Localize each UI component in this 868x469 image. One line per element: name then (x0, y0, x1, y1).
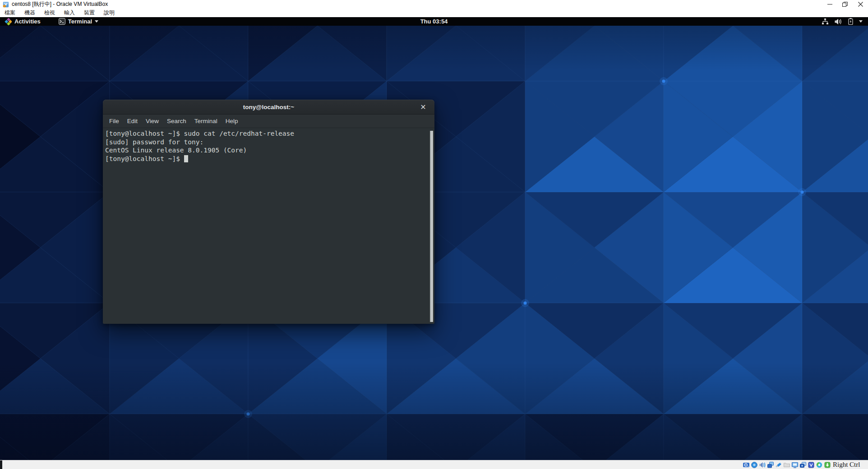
centos-logo-icon (5, 18, 12, 25)
vbox-menu-file[interactable]: 檔案 (0, 9, 20, 17)
statusbar-recording-icon[interactable] (799, 461, 807, 469)
vbox-menu-help[interactable]: 說明 (99, 9, 119, 17)
statusbar-vm-features-icon[interactable] (807, 461, 815, 469)
vbox-menu-input[interactable]: 輸入 (60, 9, 79, 17)
host-window-titlebar: 2.4 centos8 [執行中] - Oracle VM VirtualBox (0, 0, 868, 9)
terminal-menu-file[interactable]: File (105, 118, 123, 124)
statusbar-host-key-icon[interactable] (823, 461, 831, 469)
statusbar-mouse-integration-icon[interactable] (815, 461, 823, 469)
statusbar-audio-icon[interactable] (758, 461, 766, 469)
terminal-menu-edit[interactable]: Edit (123, 118, 142, 124)
terminal-close-button[interactable]: ✕ (417, 100, 429, 115)
system-tray[interactable] (822, 17, 868, 26)
vm-desktop[interactable]: Activities Terminal Thu 03:54 (0, 17, 868, 460)
battery-icon (848, 18, 853, 25)
host-key-label: Right Ctrl (833, 461, 860, 469)
terminal-prompt-line: [tony@localhost ~]$ (105, 155, 426, 163)
virtualbox-statusbar: Right Ctrl (0, 460, 868, 469)
activities-label: Activities (14, 18, 41, 25)
minimize-icon (827, 2, 832, 7)
clock-container: Thu 03:54 (0, 18, 868, 25)
app-menu-terminal[interactable]: Terminal (54, 17, 103, 26)
statusbar-hard-disks-icon[interactable] (742, 461, 750, 469)
close-button[interactable] (853, 0, 868, 9)
restore-icon (842, 2, 848, 7)
close-icon (858, 2, 863, 7)
virtualbox-menubar: 檔案 機器 檢視 輸入 裝置 說明 (0, 9, 868, 17)
host-window-title: centos8 [執行中] - Oracle VM VirtualBox (12, 0, 108, 8)
terminal-menubar: File Edit View Search Terminal Help (103, 115, 434, 128)
terminal-menu-terminal[interactable]: Terminal (190, 118, 222, 124)
vbox-menu-devices[interactable]: 裝置 (79, 9, 99, 17)
vbox-menu-view[interactable]: 檢視 (40, 9, 60, 17)
terminal-menu-help[interactable]: Help (222, 118, 242, 124)
minimize-button[interactable] (822, 0, 837, 9)
gnome-top-bar: Activities Terminal Thu 03:54 (0, 17, 868, 26)
network-wired-icon (822, 18, 829, 25)
statusbar-optical-drives-icon[interactable] (750, 461, 758, 469)
svg-text:2.4: 2.4 (3, 5, 6, 7)
statusbar-display-icon[interactable] (791, 461, 799, 469)
terminal-scrollbar-thumb[interactable] (430, 131, 433, 322)
terminal-line: [tony@localhost ~]$ sudo cat /etc/redhat… (105, 129, 426, 138)
app-menu-label: Terminal (68, 18, 92, 25)
chevron-down-icon (95, 20, 98, 23)
terminal-app-icon (59, 18, 65, 25)
statusbar-network-icon[interactable] (766, 461, 774, 469)
terminal-content[interactable]: [tony@localhost ~]$ sudo cat /etc/redhat… (103, 128, 434, 323)
statusbar-notch (0, 460, 2, 469)
terminal-window: tony@localhost:~ ✕ File Edit View Search… (103, 100, 434, 324)
terminal-line: [sudo] password for tony: (105, 138, 426, 147)
activities-button[interactable]: Activities (0, 17, 45, 26)
system-menu-chevron-icon (859, 20, 863, 23)
terminal-line: CentOS Linux release 8.0.1905 (Core) (105, 146, 426, 155)
restore-button[interactable] (837, 0, 853, 9)
vbox-menu-machine[interactable]: 機器 (20, 9, 40, 17)
terminal-cursor (184, 155, 188, 162)
statusbar-usb-icon[interactable] (775, 461, 782, 469)
statusbar-shared-folders-icon[interactable] (783, 461, 790, 469)
terminal-menu-view[interactable]: View (142, 118, 163, 124)
terminal-prompt: [tony@localhost ~]$ (105, 155, 184, 162)
terminal-title: tony@localhost:~ (243, 104, 294, 110)
terminal-titlebar[interactable]: tony@localhost:~ ✕ (103, 100, 434, 115)
clock[interactable]: Thu 03:54 (420, 18, 448, 25)
volume-icon (835, 18, 842, 25)
virtualbox-app-icon: 2.4 (3, 1, 9, 8)
terminal-menu-search[interactable]: Search (163, 118, 190, 124)
